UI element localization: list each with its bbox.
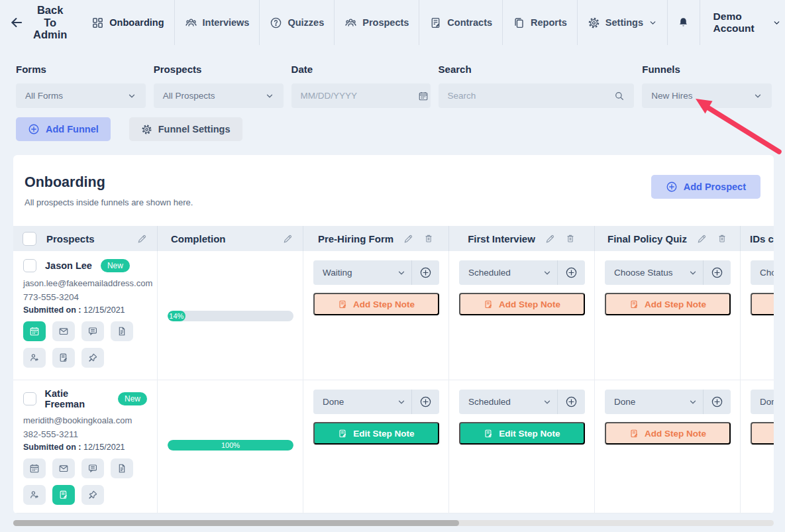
status-select[interactable]: Choose Status xyxy=(605,260,703,285)
prospects-select[interactable]: All Prospects xyxy=(154,83,284,108)
row-checkbox[interactable] xyxy=(23,259,36,272)
email-button[interactable] xyxy=(52,458,75,478)
back-arrow-icon xyxy=(9,15,24,30)
add-funnel-button[interactable]: Add Funnel xyxy=(16,117,111,141)
status-select[interactable]: Scheduled xyxy=(459,260,557,285)
add-prospect-button[interactable]: Add Prospect xyxy=(651,175,760,199)
search-input[interactable] xyxy=(448,91,615,101)
calendar-icon[interactable] xyxy=(418,91,429,101)
pin-button[interactable] xyxy=(81,485,104,505)
prospect-email: meridith@bookingkoala.com xyxy=(23,415,147,425)
nav-item-settings[interactable]: Settings xyxy=(577,0,667,45)
add-status-button[interactable] xyxy=(557,260,585,285)
edit-pencil-icon[interactable] xyxy=(545,233,556,244)
document-button[interactable] xyxy=(111,458,133,478)
circle-plus-icon xyxy=(711,266,723,279)
note-edit-icon xyxy=(58,490,69,500)
note-button[interactable] xyxy=(52,485,75,505)
status-value: Done xyxy=(614,397,688,407)
chat-button[interactable] xyxy=(81,458,104,478)
nav-item-onboarding[interactable]: Onboarding xyxy=(81,0,174,45)
forms-label: Forms xyxy=(16,64,146,75)
status-select[interactable]: Done xyxy=(605,390,703,414)
account-label: Demo Account xyxy=(713,11,768,34)
table-row: Katie Freeman New meridith@bookingkoala.… xyxy=(13,380,774,513)
trash-icon[interactable] xyxy=(423,233,434,244)
nav-item-prospects[interactable]: Prospects xyxy=(334,0,419,45)
nav-item-quizzes[interactable]: Quizzes xyxy=(259,0,334,45)
add-prospect-label: Add Prospect xyxy=(684,182,746,192)
progress-label: 100% xyxy=(221,441,240,449)
status-select[interactable]: Scheduled xyxy=(459,390,557,414)
edit-step-note-button[interactable]: Edit Step Note xyxy=(313,422,439,445)
header-completion: Completion xyxy=(158,226,303,251)
notifications-button[interactable] xyxy=(667,0,700,45)
header-step-2: First Interview xyxy=(449,226,595,251)
add-status-button[interactable] xyxy=(703,390,731,414)
step-cell: Scheduled Add Step Note xyxy=(449,251,595,380)
edit-pencil-icon[interactable] xyxy=(403,233,414,244)
forms-select[interactable]: All Forms xyxy=(16,83,146,108)
edit-pencil-icon[interactable] xyxy=(696,233,707,244)
status-select[interactable]: Done xyxy=(751,390,774,414)
funnel-settings-button[interactable]: Funnel Settings xyxy=(129,117,242,141)
nav-item-interviews[interactable]: Interviews xyxy=(174,0,260,45)
edit-pencil-icon[interactable] xyxy=(136,233,148,244)
add-person-button[interactable] xyxy=(23,485,46,505)
trash-icon[interactable] xyxy=(565,233,576,244)
add-step-note-button[interactable]: Add Step Note xyxy=(605,293,731,315)
chevron-down-icon xyxy=(543,268,552,278)
add-step-note-button[interactable]: Add Step Note xyxy=(459,293,585,315)
horizontal-scrollbar-track[interactable] xyxy=(13,520,774,526)
back-to-admin-label[interactable]: Back ToAdmin xyxy=(24,4,81,42)
pin-button[interactable] xyxy=(81,348,104,368)
date-input[interactable] xyxy=(301,91,418,101)
calendar-button[interactable] xyxy=(23,321,46,341)
note-edit-icon xyxy=(58,352,69,363)
prospect-name: Katie Freeman xyxy=(45,388,109,409)
date-label: Date xyxy=(291,64,431,75)
add-status-button[interactable] xyxy=(411,390,439,414)
status-select[interactable]: Done xyxy=(313,390,411,414)
row-checkbox[interactable] xyxy=(23,392,36,405)
nav-item-contracts[interactable]: Contracts xyxy=(419,0,502,45)
edit-step-note-button[interactable]: Edit Step Note xyxy=(459,422,585,445)
trash-icon[interactable] xyxy=(717,233,727,244)
add-status-button[interactable] xyxy=(411,260,439,285)
add-status-button[interactable] xyxy=(703,260,731,285)
status-select[interactable]: Choose Status xyxy=(751,260,774,285)
document-button[interactable] xyxy=(111,321,133,341)
calendar-button[interactable] xyxy=(23,458,46,478)
table-header-row: Prospects Completion Pre-Hiring Form Fir… xyxy=(13,226,774,251)
forms-value: All Forms xyxy=(25,91,127,101)
add-step-note-button[interactable] xyxy=(751,422,774,445)
file-icon xyxy=(117,463,127,474)
select-all-checkbox[interactable] xyxy=(23,232,36,246)
edit-pencil-icon[interactable] xyxy=(282,233,293,244)
prospect-phone: 773-555-3204 xyxy=(23,292,147,302)
email-button[interactable] xyxy=(52,321,75,341)
add-status-button[interactable] xyxy=(557,390,585,414)
add-step-note-button[interactable]: Add Step Note xyxy=(313,293,439,315)
add-step-note-button[interactable] xyxy=(751,293,774,315)
horizontal-scrollbar-thumb[interactable] xyxy=(13,520,459,526)
add-step-note-button[interactable]: Add Step Note xyxy=(605,422,731,445)
add-person-button[interactable] xyxy=(23,348,46,368)
funnels-select[interactable]: New Hires xyxy=(642,83,772,108)
progress-fill: 100% xyxy=(168,440,293,451)
status-select[interactable]: Waiting xyxy=(313,260,411,285)
header-step-1: Pre-Hiring Form xyxy=(303,226,449,251)
person-plus-icon xyxy=(29,352,40,363)
nav-item-reports[interactable]: Reports xyxy=(502,0,577,45)
back-button[interactable] xyxy=(9,11,24,34)
circle-plus-icon xyxy=(666,181,678,193)
chat-button[interactable] xyxy=(81,321,104,341)
funnel-actions: Add Funnel Funnel Settings xyxy=(16,117,785,141)
filter-date: Date xyxy=(291,64,431,108)
card-header: Onboarding All prospects inside funnels … xyxy=(13,155,774,226)
funnel-settings-label: Funnel Settings xyxy=(158,124,231,134)
page-title: Onboarding xyxy=(25,174,193,191)
progress-label: 14% xyxy=(169,312,183,320)
account-menu[interactable]: Demo Account xyxy=(700,11,785,34)
note-button[interactable] xyxy=(52,348,75,368)
